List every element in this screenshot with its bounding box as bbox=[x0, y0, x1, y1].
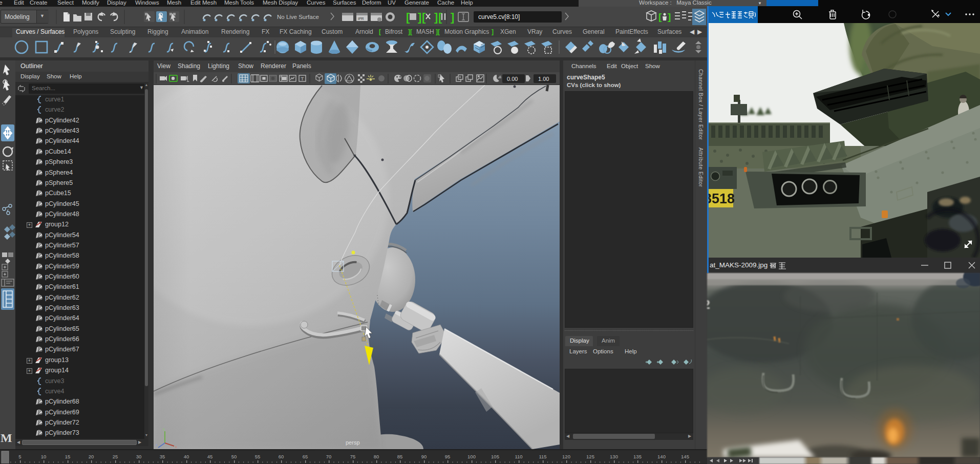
svg-text:125: 125 bbox=[586, 454, 594, 459]
svg-text:145: 145 bbox=[681, 454, 689, 459]
svg-text:]: ] bbox=[451, 11, 454, 24]
svg-text:115: 115 bbox=[539, 454, 546, 459]
svg-text:[: [ bbox=[658, 11, 662, 22]
svg-text:40: 40 bbox=[184, 454, 189, 459]
svg-text:y: y bbox=[163, 427, 165, 431]
svg-text:25: 25 bbox=[113, 454, 118, 459]
svg-text:140: 140 bbox=[657, 454, 666, 459]
svg-text:70: 70 bbox=[326, 454, 332, 459]
svg-text:3518: 3518 bbox=[707, 191, 735, 206]
svg-text:]: ] bbox=[418, 11, 421, 24]
svg-text:55: 55 bbox=[255, 454, 261, 459]
svg-text:35: 35 bbox=[160, 454, 165, 459]
svg-text:No Live Surface: No Live Surface bbox=[277, 14, 319, 20]
svg-text:[: [ bbox=[422, 11, 426, 24]
svg-text:]: ] bbox=[668, 11, 671, 22]
svg-text:130: 130 bbox=[610, 454, 618, 459]
svg-text:120: 120 bbox=[562, 454, 570, 459]
svg-text:60: 60 bbox=[279, 454, 284, 459]
svg-text:z: z bbox=[156, 443, 158, 447]
svg-text:5: 5 bbox=[18, 454, 21, 459]
svg-text:T: T bbox=[301, 76, 304, 81]
svg-text:65: 65 bbox=[303, 454, 308, 459]
svg-text:IPR: IPR bbox=[358, 17, 364, 20]
svg-text:100: 100 bbox=[467, 454, 476, 459]
svg-text:90: 90 bbox=[421, 454, 427, 459]
svg-text:85: 85 bbox=[397, 454, 403, 459]
svg-text:]: ] bbox=[434, 11, 438, 24]
svg-text:95: 95 bbox=[445, 454, 451, 459]
svg-text:1.00: 1.00 bbox=[538, 76, 549, 82]
svg-text:80: 80 bbox=[374, 454, 379, 459]
svg-text:persp: persp bbox=[346, 439, 360, 446]
svg-text:15: 15 bbox=[65, 454, 71, 459]
svg-text:[: [ bbox=[406, 11, 410, 24]
svg-text:30: 30 bbox=[136, 454, 142, 459]
svg-text:20: 20 bbox=[89, 454, 94, 459]
svg-text:110: 110 bbox=[515, 454, 522, 459]
svg-text:45: 45 bbox=[207, 454, 213, 459]
svg-text:105: 105 bbox=[491, 454, 499, 459]
svg-text:0.00: 0.00 bbox=[507, 76, 518, 82]
svg-text:135: 135 bbox=[633, 454, 642, 459]
svg-text:2: 2 bbox=[707, 298, 710, 311]
svg-text:75: 75 bbox=[350, 454, 356, 459]
svg-text:curve5.cv[8:10]: curve5.cv[8:10] bbox=[478, 13, 520, 20]
svg-text:M: M bbox=[1, 431, 12, 445]
svg-text:10: 10 bbox=[41, 454, 47, 459]
svg-text:50: 50 bbox=[231, 454, 237, 459]
svg-text:x: x bbox=[175, 445, 177, 449]
